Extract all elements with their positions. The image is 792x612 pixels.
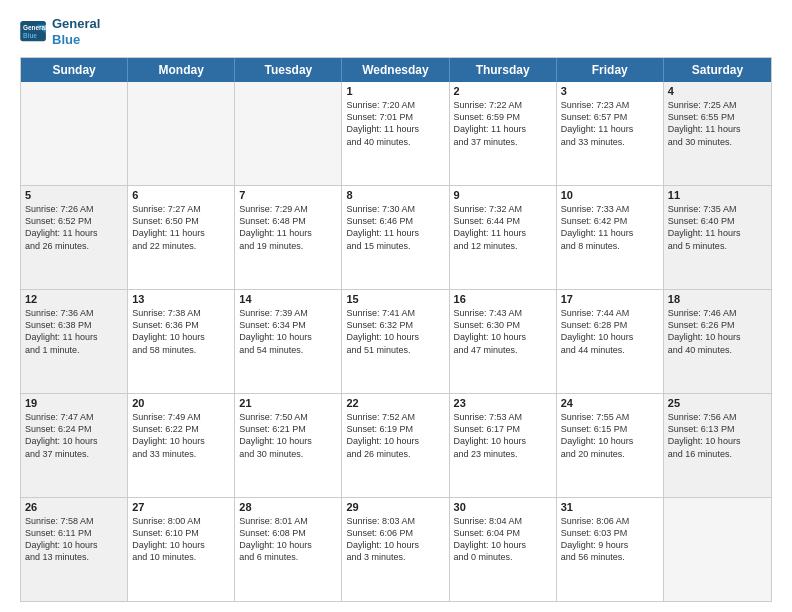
calendar-cell-day-25: 25Sunrise: 7:56 AM Sunset: 6:13 PM Dayli…: [664, 394, 771, 497]
cell-info: Sunrise: 7:20 AM Sunset: 7:01 PM Dayligh…: [346, 99, 444, 148]
day-number: 20: [132, 397, 230, 409]
calendar-cell-day-11: 11Sunrise: 7:35 AM Sunset: 6:40 PM Dayli…: [664, 186, 771, 289]
day-number: 17: [561, 293, 659, 305]
weekday-header-wednesday: Wednesday: [342, 58, 449, 82]
cell-info: Sunrise: 7:23 AM Sunset: 6:57 PM Dayligh…: [561, 99, 659, 148]
cell-info: Sunrise: 8:04 AM Sunset: 6:04 PM Dayligh…: [454, 515, 552, 564]
day-number: 8: [346, 189, 444, 201]
cell-info: Sunrise: 7:44 AM Sunset: 6:28 PM Dayligh…: [561, 307, 659, 356]
cell-info: Sunrise: 7:39 AM Sunset: 6:34 PM Dayligh…: [239, 307, 337, 356]
day-number: 10: [561, 189, 659, 201]
page: General Blue General Blue SundayMondayTu…: [0, 0, 792, 612]
calendar-row-2: 12Sunrise: 7:36 AM Sunset: 6:38 PM Dayli…: [21, 289, 771, 393]
day-number: 4: [668, 85, 767, 97]
calendar-cell-day-19: 19Sunrise: 7:47 AM Sunset: 6:24 PM Dayli…: [21, 394, 128, 497]
calendar-row-3: 19Sunrise: 7:47 AM Sunset: 6:24 PM Dayli…: [21, 393, 771, 497]
calendar-row-0: 1Sunrise: 7:20 AM Sunset: 7:01 PM Daylig…: [21, 82, 771, 185]
calendar-cell-day-30: 30Sunrise: 8:04 AM Sunset: 6:04 PM Dayli…: [450, 498, 557, 601]
cell-info: Sunrise: 7:46 AM Sunset: 6:26 PM Dayligh…: [668, 307, 767, 356]
calendar-cell-day-18: 18Sunrise: 7:46 AM Sunset: 6:26 PM Dayli…: [664, 290, 771, 393]
cell-info: Sunrise: 8:06 AM Sunset: 6:03 PM Dayligh…: [561, 515, 659, 564]
calendar-cell-day-9: 9Sunrise: 7:32 AM Sunset: 6:44 PM Daylig…: [450, 186, 557, 289]
calendar: SundayMondayTuesdayWednesdayThursdayFrid…: [20, 57, 772, 602]
calendar-cell-day-27: 27Sunrise: 8:00 AM Sunset: 6:10 PM Dayli…: [128, 498, 235, 601]
day-number: 2: [454, 85, 552, 97]
cell-info: Sunrise: 7:41 AM Sunset: 6:32 PM Dayligh…: [346, 307, 444, 356]
logo: General Blue General Blue: [20, 16, 100, 47]
calendar-cell-day-4: 4Sunrise: 7:25 AM Sunset: 6:55 PM Daylig…: [664, 82, 771, 185]
cell-info: Sunrise: 7:25 AM Sunset: 6:55 PM Dayligh…: [668, 99, 767, 148]
cell-info: Sunrise: 7:33 AM Sunset: 6:42 PM Dayligh…: [561, 203, 659, 252]
calendar-cell-day-23: 23Sunrise: 7:53 AM Sunset: 6:17 PM Dayli…: [450, 394, 557, 497]
day-number: 18: [668, 293, 767, 305]
logo-text: General Blue: [52, 16, 100, 47]
cell-info: Sunrise: 7:53 AM Sunset: 6:17 PM Dayligh…: [454, 411, 552, 460]
cell-info: Sunrise: 7:55 AM Sunset: 6:15 PM Dayligh…: [561, 411, 659, 460]
cell-info: Sunrise: 7:49 AM Sunset: 6:22 PM Dayligh…: [132, 411, 230, 460]
calendar-cell-day-2: 2Sunrise: 7:22 AM Sunset: 6:59 PM Daylig…: [450, 82, 557, 185]
calendar-body: 1Sunrise: 7:20 AM Sunset: 7:01 PM Daylig…: [21, 82, 771, 601]
svg-text:Blue: Blue: [23, 31, 37, 38]
day-number: 19: [25, 397, 123, 409]
calendar-cell-day-20: 20Sunrise: 7:49 AM Sunset: 6:22 PM Dayli…: [128, 394, 235, 497]
cell-info: Sunrise: 7:50 AM Sunset: 6:21 PM Dayligh…: [239, 411, 337, 460]
calendar-cell-day-14: 14Sunrise: 7:39 AM Sunset: 6:34 PM Dayli…: [235, 290, 342, 393]
weekday-header-monday: Monday: [128, 58, 235, 82]
calendar-cell-day-1: 1Sunrise: 7:20 AM Sunset: 7:01 PM Daylig…: [342, 82, 449, 185]
day-number: 23: [454, 397, 552, 409]
cell-info: Sunrise: 7:58 AM Sunset: 6:11 PM Dayligh…: [25, 515, 123, 564]
calendar-cell-day-7: 7Sunrise: 7:29 AM Sunset: 6:48 PM Daylig…: [235, 186, 342, 289]
weekday-header-friday: Friday: [557, 58, 664, 82]
day-number: 9: [454, 189, 552, 201]
cell-info: Sunrise: 7:56 AM Sunset: 6:13 PM Dayligh…: [668, 411, 767, 460]
calendar-cell-day-31: 31Sunrise: 8:06 AM Sunset: 6:03 PM Dayli…: [557, 498, 664, 601]
day-number: 14: [239, 293, 337, 305]
day-number: 31: [561, 501, 659, 513]
calendar-cell-day-10: 10Sunrise: 7:33 AM Sunset: 6:42 PM Dayli…: [557, 186, 664, 289]
calendar-cell-day-13: 13Sunrise: 7:38 AM Sunset: 6:36 PM Dayli…: [128, 290, 235, 393]
calendar-cell-day-15: 15Sunrise: 7:41 AM Sunset: 6:32 PM Dayli…: [342, 290, 449, 393]
cell-info: Sunrise: 7:29 AM Sunset: 6:48 PM Dayligh…: [239, 203, 337, 252]
cell-info: Sunrise: 7:52 AM Sunset: 6:19 PM Dayligh…: [346, 411, 444, 460]
calendar-cell-day-29: 29Sunrise: 8:03 AM Sunset: 6:06 PM Dayli…: [342, 498, 449, 601]
weekday-header-saturday: Saturday: [664, 58, 771, 82]
cell-info: Sunrise: 7:32 AM Sunset: 6:44 PM Dayligh…: [454, 203, 552, 252]
calendar-row-1: 5Sunrise: 7:26 AM Sunset: 6:52 PM Daylig…: [21, 185, 771, 289]
weekday-header-sunday: Sunday: [21, 58, 128, 82]
day-number: 12: [25, 293, 123, 305]
day-number: 24: [561, 397, 659, 409]
calendar-cell-day-24: 24Sunrise: 7:55 AM Sunset: 6:15 PM Dayli…: [557, 394, 664, 497]
calendar-cell-day-3: 3Sunrise: 7:23 AM Sunset: 6:57 PM Daylig…: [557, 82, 664, 185]
weekday-header-thursday: Thursday: [450, 58, 557, 82]
cell-info: Sunrise: 7:26 AM Sunset: 6:52 PM Dayligh…: [25, 203, 123, 252]
day-number: 21: [239, 397, 337, 409]
header: General Blue General Blue: [20, 16, 772, 47]
calendar-cell-day-8: 8Sunrise: 7:30 AM Sunset: 6:46 PM Daylig…: [342, 186, 449, 289]
day-number: 13: [132, 293, 230, 305]
calendar-cell-day-28: 28Sunrise: 8:01 AM Sunset: 6:08 PM Dayli…: [235, 498, 342, 601]
day-number: 5: [25, 189, 123, 201]
calendar-cell-empty-0-2: [235, 82, 342, 185]
calendar-cell-empty-4-6: [664, 498, 771, 601]
day-number: 7: [239, 189, 337, 201]
cell-info: Sunrise: 8:03 AM Sunset: 6:06 PM Dayligh…: [346, 515, 444, 564]
weekday-header-tuesday: Tuesday: [235, 58, 342, 82]
calendar-cell-empty-0-0: [21, 82, 128, 185]
cell-info: Sunrise: 8:00 AM Sunset: 6:10 PM Dayligh…: [132, 515, 230, 564]
day-number: 1: [346, 85, 444, 97]
day-number: 11: [668, 189, 767, 201]
calendar-cell-day-22: 22Sunrise: 7:52 AM Sunset: 6:19 PM Dayli…: [342, 394, 449, 497]
day-number: 25: [668, 397, 767, 409]
cell-info: Sunrise: 7:36 AM Sunset: 6:38 PM Dayligh…: [25, 307, 123, 356]
cell-info: Sunrise: 7:22 AM Sunset: 6:59 PM Dayligh…: [454, 99, 552, 148]
day-number: 29: [346, 501, 444, 513]
calendar-row-4: 26Sunrise: 7:58 AM Sunset: 6:11 PM Dayli…: [21, 497, 771, 601]
calendar-cell-empty-0-1: [128, 82, 235, 185]
cell-info: Sunrise: 7:30 AM Sunset: 6:46 PM Dayligh…: [346, 203, 444, 252]
cell-info: Sunrise: 7:27 AM Sunset: 6:50 PM Dayligh…: [132, 203, 230, 252]
calendar-cell-day-5: 5Sunrise: 7:26 AM Sunset: 6:52 PM Daylig…: [21, 186, 128, 289]
cell-info: Sunrise: 7:43 AM Sunset: 6:30 PM Dayligh…: [454, 307, 552, 356]
calendar-cell-day-16: 16Sunrise: 7:43 AM Sunset: 6:30 PM Dayli…: [450, 290, 557, 393]
calendar-cell-day-26: 26Sunrise: 7:58 AM Sunset: 6:11 PM Dayli…: [21, 498, 128, 601]
calendar-header: SundayMondayTuesdayWednesdayThursdayFrid…: [21, 58, 771, 82]
